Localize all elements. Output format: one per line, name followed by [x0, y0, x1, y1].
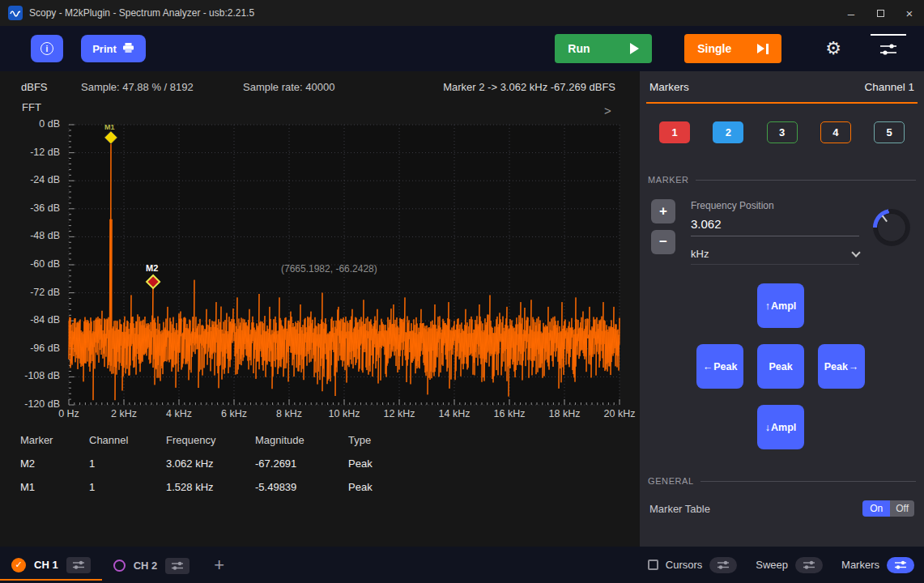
marker-button-2[interactable]: 2 [713, 121, 743, 143]
marker-select-buttons: 12345 [659, 121, 905, 143]
y-axis-tick-label: -84 dB [0, 314, 60, 326]
panel-title: Markers [649, 81, 689, 93]
markers-settings-button[interactable] [887, 557, 914, 573]
x-axis-tick-label: 14 kHz [428, 408, 480, 419]
x-axis-tick-label: 6 kHz [208, 408, 260, 419]
x-axis-tick-label: 8 kHz [263, 408, 315, 419]
single-label: Single [697, 42, 731, 55]
marker-section-header: MARKER [648, 175, 916, 185]
marker-table-cell: M2 [20, 452, 89, 475]
print-label: Print [92, 43, 117, 55]
window-title: Scopy - M2kPlugin - Spectrum Analyzer - … [29, 7, 254, 19]
marker-button-5[interactable]: 5 [874, 121, 905, 143]
print-button[interactable]: Print [81, 35, 146, 62]
marker-button-1[interactable]: 1 [659, 121, 690, 143]
app-logo-icon [8, 6, 23, 20]
x-axis-tick-label: 12 kHz [373, 408, 425, 419]
amplitude-up-button[interactable]: ↑Ampl [757, 283, 804, 328]
frequency-knob[interactable] [873, 209, 910, 246]
frequency-position-label: Frequency Position [691, 200, 774, 211]
svg-text:M1: M1 [104, 123, 115, 131]
channel2-label: CH 2 [134, 560, 158, 572]
channel1-settings-button[interactable] [66, 557, 91, 573]
play-to-end-icon [757, 44, 769, 54]
down-arrow-icon: ↓ [765, 422, 770, 433]
frequency-unit-select[interactable]: kHz [691, 244, 859, 265]
sweep-settings-button[interactable] [795, 557, 823, 573]
left-arrow-icon: ← [703, 361, 713, 372]
marker-table-cell: 3.062 kHz [166, 452, 255, 475]
panel-toggle-button[interactable] [871, 34, 906, 63]
ampl-down-label: Ampl [771, 422, 796, 433]
channel2-circle-icon[interactable] [113, 560, 126, 572]
y-axis-tick-label: 0 dB [0, 118, 60, 130]
frequency-increment-button[interactable]: + [651, 199, 675, 223]
marker-table-cell: Peak [348, 452, 421, 475]
add-channel-button[interactable]: + [209, 554, 229, 577]
channel1-tab[interactable]: ✓ CH 1 [0, 551, 102, 581]
peak-left-button[interactable]: ←Peak [696, 344, 743, 389]
amplitude-down-button[interactable]: ↓Ampl [757, 405, 804, 449]
marker-table-header-cell: Frequency [166, 428, 255, 452]
fft-label: FFT [22, 101, 41, 113]
info-glyph: i [46, 45, 49, 53]
toggle-on[interactable]: On [862, 500, 890, 517]
frequency-position-input[interactable] [691, 215, 859, 236]
general-section-header: GENERAL [648, 476, 916, 486]
marker-table-header-cell: Magnitude [255, 428, 348, 452]
channel2-settings-button[interactable] [165, 558, 189, 574]
channel1-label: CH 1 [34, 559, 58, 571]
y-axis-tick-label: -36 dB [0, 202, 60, 214]
run-button[interactable]: Run [555, 34, 652, 63]
x-axis-tick-label: 18 kHz [539, 408, 590, 419]
peak-button[interactable]: Peak [757, 344, 804, 389]
bottombar-right: Cursors Sweep Markers [648, 557, 924, 573]
y-axis-tick-label: -24 dB [0, 174, 60, 185]
svg-text:M2: M2 [146, 263, 158, 273]
peak-right-button[interactable]: Peak→ [818, 344, 865, 389]
markers-label: Markers [841, 559, 879, 571]
cursors-checkbox[interactable] [648, 560, 658, 570]
marker-table-cell: 1 [89, 452, 166, 475]
single-button[interactable]: Single [684, 34, 781, 63]
ampl-up-label: Ampl [771, 300, 796, 312]
marker-button-3[interactable]: 3 [767, 121, 798, 143]
check-glyph: ✓ [15, 560, 22, 570]
y-axis-tick-label: -48 dB [0, 230, 60, 241]
marker-table-header-cell: Marker [20, 428, 89, 452]
knob-notch [882, 215, 888, 222]
info-button[interactable]: i [31, 35, 63, 62]
sample-rate-info: Sample rate: 40000 [243, 81, 334, 93]
marker-table-header-cell: Channel [89, 428, 166, 452]
chevron-right-icon[interactable]: > [604, 104, 611, 117]
frequency-decrement-button[interactable]: − [651, 230, 675, 254]
channel-label: Channel 1 [864, 81, 914, 93]
x-axis-tick-label: 2 kHz [98, 408, 150, 419]
y-axis-tick-label: -96 dB [0, 343, 60, 354]
up-arrow-icon: ↑ [765, 300, 770, 312]
marker-readout: Marker 2 -> 3.062 kHz -67.269 dBFS [443, 81, 615, 93]
channel2-tab[interactable]: CH 2 [102, 551, 202, 581]
run-label: Run [568, 42, 590, 55]
x-axis-tick-label: 16 kHz [483, 408, 535, 419]
close-button[interactable]: × [895, 0, 924, 26]
marker-table-cell: 1.528 kHz [166, 475, 255, 499]
x-axis-tick-label: 10 kHz [318, 408, 370, 419]
marker-table: MarkerChannelFrequencyMagnitudeTypeM213.… [20, 428, 421, 499]
x-axis-tick-label: 4 kHz [153, 408, 205, 419]
info-icon: i [40, 42, 53, 55]
peak-right-label: Peak [824, 361, 848, 372]
window-controls: – × [837, 0, 924, 26]
toggle-off[interactable]: Off [890, 500, 914, 517]
y-axis-tick-label: -12 dB [0, 147, 60, 158]
maximize-icon [877, 10, 884, 17]
minimize-button[interactable]: – [837, 0, 866, 26]
settings-gear-button[interactable]: ⚙ [820, 39, 846, 58]
marker-table-toggle[interactable]: On Off [862, 500, 914, 517]
cursors-settings-button[interactable] [709, 557, 737, 573]
sample-info: Sample: 47.88 % / 8192 [81, 81, 194, 93]
channel1-check-icon[interactable]: ✓ [11, 558, 26, 572]
maximize-button[interactable] [866, 0, 895, 26]
marker-section-label: MARKER [648, 175, 689, 185]
marker-button-4[interactable]: 4 [820, 121, 851, 143]
